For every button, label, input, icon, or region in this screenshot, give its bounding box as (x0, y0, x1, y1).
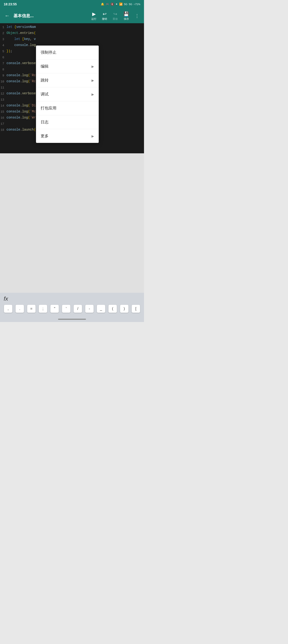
menu-item-bundle[interactable]: 打包应用 (36, 101, 99, 115)
sym-key-close-paren[interactable]: ) (120, 305, 128, 313)
page-title: 基本信息... (14, 13, 88, 18)
menu-label-edit: 编辑 (41, 64, 48, 69)
sym-key-underscore[interactable]: _ (97, 305, 105, 313)
save-button[interactable]: 💾 保存 (122, 10, 131, 22)
run-icon: ▶ (92, 11, 96, 17)
toolbar: ← 基本信息... ▶ 运行 ↩ 撤销 ↪ 重做 💾 保存 ⋮ (0, 8, 144, 23)
wifi-icon: 📶 (119, 2, 123, 6)
menu-item-force-stop[interactable]: 强制停止 (36, 46, 99, 60)
sym-key-open-paren[interactable]: ( (108, 305, 117, 313)
run-label: 运行 (91, 17, 96, 21)
redo-icon: ↪ (113, 11, 117, 17)
sym-key-minus[interactable]: - (85, 305, 94, 313)
main-wrapper: 18:23:55 🔔 🎮 🔇 ✦ 📶 5G 5G ○71% ← 基本信息... … (0, 0, 144, 322)
keyboard-home-bar (0, 316, 144, 322)
more-button[interactable]: ⋮ (133, 12, 141, 20)
menu-label-bundle: 打包应用 (41, 106, 56, 111)
sym-key-equals[interactable]: = (27, 305, 36, 313)
back-button[interactable]: ← (3, 11, 12, 21)
menu-label-force-stop: 强制停止 (41, 50, 56, 55)
keyboard: fx , . = ; " ' / - _ ( ) [ (0, 293, 144, 322)
bluetooth-icon: ✦ (116, 2, 118, 6)
home-indicator (58, 319, 86, 320)
status-bar: 18:23:55 🔔 🎮 🔇 ✦ 📶 5G 5G ○71% (0, 0, 144, 8)
sym-key-semicolon[interactable]: ; (39, 305, 47, 313)
mute-icon: 🔇 (110, 2, 114, 6)
jump-arrow-icon: ▶ (92, 78, 94, 82)
menu-label-debug: 调试 (41, 92, 48, 97)
menu-label-jump: 跳转 (41, 78, 48, 83)
save-label: 保存 (124, 17, 129, 21)
code-editor[interactable]: 1 let {versionNam 2 Object.entries( 3 le… (0, 23, 144, 153)
redo-label: 重做 (113, 17, 118, 21)
menu-item-edit[interactable]: 编辑 ▶ (36, 60, 99, 74)
more-arrow-icon: ▶ (92, 134, 94, 138)
debug-arrow-icon: ▶ (92, 92, 94, 96)
save-icon: 💾 (123, 11, 129, 17)
menu-label-more: 更多 (41, 133, 48, 139)
undo-icon: ↩ (103, 11, 106, 17)
redo-button[interactable]: ↪ 重做 (111, 10, 120, 22)
sym-key-open-bracket[interactable]: [ (132, 305, 140, 313)
run-button[interactable]: ▶ 运行 (90, 10, 98, 22)
more-icon: ⋮ (135, 13, 139, 18)
fx-label: fx (4, 296, 13, 302)
app-icon: 🎮 (106, 2, 109, 6)
undo-button[interactable]: ↩ 撤销 (100, 10, 109, 22)
menu-item-more[interactable]: 更多 ▶ (36, 129, 99, 143)
menu-item-debug[interactable]: 调试 ▶ (36, 87, 99, 101)
sym-key-comma[interactable]: , (4, 305, 12, 313)
edit-arrow-icon: ▶ (92, 64, 94, 68)
status-time: 18:23:55 (4, 2, 17, 6)
undo-label: 撤销 (102, 17, 107, 21)
sym-key-doublequote[interactable]: " (50, 305, 59, 313)
sym-key-singlequote[interactable]: ' (62, 305, 70, 313)
menu-item-jump[interactable]: 跳转 ▶ (36, 74, 99, 87)
context-menu: 强制停止 编辑 ▶ 跳转 ▶ 调试 ▶ 打包应用 日志 更多 ▶ (36, 46, 99, 143)
keyboard-top-row: fx (0, 293, 144, 303)
status-icons: 🔔 🎮 🔇 ✦ 📶 5G 5G ○71% (101, 2, 140, 6)
menu-label-log: 日志 (41, 120, 48, 125)
battery-icon: ○71% (134, 3, 140, 6)
signal-5g-2: 5G (129, 3, 132, 6)
keyboard-symbol-row: , . = ; " ' / - _ ( ) [ (0, 303, 144, 316)
sym-key-period[interactable]: . (16, 305, 24, 313)
signal-5g-1: 5G (124, 3, 128, 6)
notification-icon: 🔔 (101, 2, 104, 6)
sym-key-slash[interactable]: / (74, 305, 82, 313)
menu-item-log[interactable]: 日志 (36, 115, 99, 129)
